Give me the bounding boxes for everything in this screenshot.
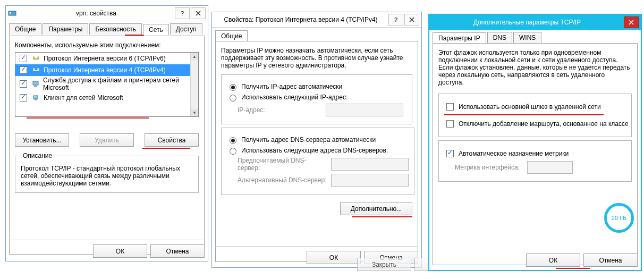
checkbox-ipv6[interactable] [20, 55, 27, 62]
window-ipv4-properties: Свойства: Протокол Интернета версии 4 (T… [211, 12, 422, 268]
close-button[interactable] [624, 16, 639, 28]
footer: ОК Отмена [9, 240, 205, 258]
ip-addr-field [326, 104, 403, 116]
description-body: Протокол TCP/IP - стандартный протокол г… [21, 165, 193, 187]
tab-general[interactable]: Общие [9, 23, 41, 35]
components-listbox[interactable]: Протокол Интернета версии 6 (TCP/IPv6) П… [15, 52, 199, 117]
tab-ip-settings[interactable]: Параметры IP [433, 32, 486, 44]
svg-rect-0 [9, 11, 16, 15]
scrollbar[interactable]: ▲▼ [190, 53, 198, 116]
intro-text: Параметры IP можно назначать автоматичес… [221, 47, 412, 69]
radio-dns-manual[interactable] [230, 148, 236, 155]
window-title: vpn: свойства [19, 10, 174, 17]
svg-rect-10 [34, 86, 37, 87]
radio-ip-auto[interactable] [230, 84, 236, 91]
advanced-button[interactable]: Дополнительно... [340, 202, 412, 215]
svg-point-4 [33, 56, 35, 58]
svg-rect-12 [35, 99, 37, 100]
tab-panel-general: Параметры IP можно назначать автоматичес… [215, 41, 418, 262]
titlebar: Дополнительные параметры TCP/IP [429, 15, 641, 30]
tab-security[interactable]: Безопасность [89, 23, 142, 35]
checkbox-disable-classroute-label: Отключить добавление маршрута, основанно… [459, 120, 629, 128]
radio-ip-manual[interactable] [230, 95, 236, 102]
radio-dns-auto-label: Получить адрес DNS-сервера автоматически [241, 136, 376, 143]
checkbox-disable-classroute[interactable] [446, 120, 454, 128]
titlebar: vpn: свойства ? [6, 6, 208, 21]
svg-rect-9 [33, 81, 38, 85]
ok-button[interactable]: ОК [526, 253, 580, 267]
components-label: Компоненты, используемые этим подключени… [15, 41, 199, 49]
tab-general[interactable]: Общие [215, 30, 248, 41]
svg-point-7 [33, 68, 35, 70]
help-button[interactable]: ? [175, 7, 190, 19]
list-item[interactable]: Клиент для сетей Microsoft [15, 92, 198, 104]
tabs: Параметры IP DNS WINS [429, 30, 641, 43]
tab-wins[interactable]: WINS [513, 32, 541, 43]
close-button[interactable] [404, 14, 419, 26]
radio-ip-manual-label: Использовать следующий IP-адрес: [241, 94, 348, 101]
red-underline-ipv4 [27, 117, 149, 119]
radio-dns-manual-label: Использовать следующие адреса DNS-сервер… [241, 147, 388, 154]
protocol-icon [32, 66, 40, 74]
list-item[interactable]: Протокол Интернета версии 6 (TCP/IPv6) [15, 53, 198, 64]
svg-rect-1 [10, 12, 11, 13]
tab-panel-ip-settings: Этот флажок используется только при одно… [433, 43, 638, 265]
metric-label: Метрика интерфейса: [455, 164, 524, 171]
ghost-close-button[interactable]: Закрыть [357, 258, 411, 271]
network-icon [8, 9, 16, 18]
checkbox-default-gateway[interactable] [446, 103, 454, 111]
radio-dns-auto[interactable] [230, 137, 236, 144]
list-item-label: Протокол Интернета версии 6 (TCP/IPv6) [44, 55, 166, 62]
svg-rect-2 [10, 14, 11, 15]
cancel-button[interactable]: Отмена [150, 244, 205, 258]
list-item-label: Клиент для сетей Microsoft [44, 94, 123, 102]
checkbox-ipv4[interactable] [20, 66, 27, 74]
tabs: Общие Параметры Безопасность Сеть Доступ [6, 21, 208, 35]
intro-text: Этот флажок используется только при одно… [438, 49, 632, 86]
svg-rect-3 [33, 58, 39, 60]
description-title: Описание [21, 152, 54, 159]
checkbox-auto-metric[interactable] [446, 150, 454, 157]
tab-access[interactable]: Доступ [170, 23, 202, 35]
red-underline-ok [556, 268, 590, 269]
storage-badge: 20 ГБ [604, 203, 634, 233]
properties-button[interactable]: Свойства [145, 133, 199, 147]
client-icon [32, 94, 40, 102]
uninstall-button[interactable]: Удалить [80, 133, 134, 147]
svg-point-8 [37, 68, 39, 70]
dns-pref-field [331, 158, 409, 171]
radio-ip-auto-label: Получить IP-адрес автоматически [241, 83, 342, 90]
dns-alt-field [331, 174, 409, 187]
window-vpn-properties: vpn: свойства ? Общие Параметры Безопасн… [5, 5, 208, 261]
svg-rect-6 [33, 70, 39, 71]
protocol-icon [32, 54, 40, 63]
tab-network[interactable]: Сеть [143, 24, 169, 35]
red-underline-properties [142, 148, 190, 149]
ok-button[interactable]: ОК [93, 244, 147, 258]
footer: ОК Отмена [433, 249, 638, 267]
help-button[interactable]: ? [388, 14, 403, 26]
titlebar: Свойства: Протокол Интернета версии 4 (T… [212, 12, 421, 28]
checkbox-default-gateway-label: Использовать основной шлюз в удаленной с… [459, 103, 601, 111]
dns-pref-label: Предпочитаемый DNS-сервер: [238, 157, 328, 172]
list-item-label: Служба доступа к файлам и принтерам сете… [43, 77, 196, 91]
dns-alt-label: Альтернативный DNS-сервер: [238, 176, 328, 184]
metric-field [527, 161, 573, 174]
window-advanced-tcpip: Дополнительные параметры TCP/IP Параметр… [428, 14, 642, 271]
tab-params[interactable]: Параметры [43, 23, 88, 35]
install-button[interactable]: Установить... [15, 133, 69, 147]
ip-addr-label: IP-адрес: [238, 106, 323, 114]
list-item-selected[interactable]: Протокол Интернета версии 4 (TCP/IPv4) [15, 64, 198, 76]
tab-dns[interactable]: DNS [487, 32, 512, 43]
tabs: Общие [212, 28, 421, 41]
checkbox-client[interactable] [20, 94, 27, 102]
tab-panel-network: Компоненты, используемые этим подключени… [9, 36, 205, 255]
checkbox-fileprint[interactable] [20, 80, 27, 88]
service-icon [32, 80, 40, 88]
ok-button[interactable]: ОК [307, 251, 361, 264]
close-button[interactable] [191, 7, 206, 19]
cancel-button[interactable]: Отмена [583, 253, 638, 267]
svg-rect-11 [33, 96, 38, 99]
list-item-label: Протокол Интернета версии 4 (TCP/IPv4) [44, 66, 166, 74]
list-item[interactable]: Служба доступа к файлам и принтерам сете… [15, 76, 198, 92]
